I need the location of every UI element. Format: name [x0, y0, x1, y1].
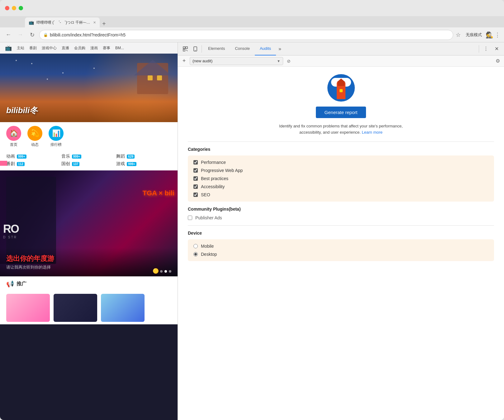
cat-guochuang-badge: 137	[72, 162, 80, 166]
ranking-icon-label: 排行榜	[50, 142, 62, 147]
toolbar-divider-2	[479, 45, 479, 53]
lock-icon: 🔒	[43, 33, 48, 37]
minimize-traffic-light[interactable]	[12, 6, 16, 10]
bili-nav-bm[interactable]: BM...	[115, 46, 124, 50]
category-accessibility-checkbox[interactable]	[193, 184, 198, 189]
bili-icon-dynamic[interactable]: 💫 动态	[27, 126, 42, 147]
bili-nav-huiyuan[interactable]: 会员购	[74, 45, 85, 51]
bili-cat-bangumi[interactable]: 番剧 112	[6, 161, 61, 167]
cat-animation-label: 动画	[6, 154, 15, 159]
category-performance-checkbox[interactable]	[193, 160, 198, 165]
plugin-publisher-ads-item[interactable]: Publisher Ads	[188, 215, 494, 220]
category-best-practices-item[interactable]: Best practices	[193, 176, 488, 181]
category-pwa-checkbox[interactable]	[193, 168, 198, 173]
bookmark-button[interactable]: ☆	[456, 31, 461, 38]
bili-cat-game[interactable]: 游戏 999+	[116, 161, 171, 167]
svg-rect-5	[195, 50, 196, 51]
pac-indicator: 🟡	[153, 268, 159, 274]
bili-nav: 📺 主站 番剧 游戏中心 直播 会员购 漫画 赛事 BM...	[0, 42, 178, 54]
device-desktop-radio[interactable]	[193, 252, 198, 256]
back-icon: ←	[6, 31, 11, 38]
tab-elements[interactable]: Elements	[203, 42, 230, 55]
bili-cat-animation[interactable]: 动画 999+	[6, 154, 61, 159]
cat-animation-badge: 999+	[17, 155, 26, 159]
plugin-publisher-ads-checkbox[interactable]	[188, 216, 192, 220]
device-mobile-item[interactable]: Mobile	[193, 244, 488, 249]
community-plugins-section: Community Plugins(beta) Publisher Ads	[188, 207, 494, 220]
bili-nav-manhua[interactable]: 漫画	[90, 45, 98, 51]
maximize-traffic-light[interactable]	[19, 6, 23, 10]
browser-menu-button[interactable]: ⋮	[495, 31, 500, 38]
thumbnail-1[interactable]	[6, 294, 50, 322]
device-desktop-label: Desktop	[201, 252, 217, 257]
category-seo-checkbox[interactable]	[193, 193, 198, 197]
thumbnail-2[interactable]	[54, 294, 97, 322]
cat-bangumi-badge: 112	[17, 162, 25, 166]
new-audit-add-button[interactable]: +	[180, 57, 188, 65]
cat-music-badge: 999+	[72, 155, 82, 159]
bili-nav-youxi[interactable]: 游戏中心	[42, 45, 57, 51]
address-bar[interactable]: 🔒 bilibili.com/index.html?redirectFrom=h…	[39, 30, 453, 40]
url-text: bilibili.com/index.html?redirectFrom=h5	[50, 32, 126, 37]
ranking-icon-circle: 📊	[49, 126, 64, 141]
banner-main-title: 选出你的年度游	[6, 254, 171, 263]
bili-content-banner[interactable]: RO D STR TGA × bili 选出你的年度游 请让我再次听到你的选择	[0, 170, 178, 276]
tab-audits[interactable]: Audits	[255, 42, 276, 55]
refresh-button[interactable]: ↻	[27, 30, 37, 40]
browser-tab[interactable]: 📺 哔哩哔哩 (´ ゜- ゜)つロ 千杯~-bili... ✕	[25, 17, 100, 27]
category-pwa-item[interactable]: Progressive Web App	[193, 168, 488, 173]
bili-cat-dance[interactable]: 舞蹈 629	[116, 154, 171, 159]
categories-box: Performance Progressive Web App Best pra…	[188, 155, 494, 202]
tab-console[interactable]: Console	[230, 42, 255, 55]
lighthouse-icon-container	[188, 74, 494, 102]
category-performance-item[interactable]: Performance	[193, 160, 488, 165]
generate-report-button[interactable]: Generate report	[316, 107, 366, 118]
section-divider-2	[188, 225, 494, 226]
category-performance-label: Performance	[201, 160, 226, 165]
device-title: Device	[188, 231, 494, 236]
bili-cat-guochuang[interactable]: 国创 137	[61, 161, 116, 167]
run-audit-button[interactable]: ⊘	[285, 57, 292, 65]
tga-bili-text: TGA × bili	[50, 189, 174, 197]
audit-settings-button[interactable]: ⚙	[494, 57, 502, 65]
bili-icon-home[interactable]: 🏠 首页	[6, 126, 21, 147]
bili-nav-live[interactable]: 直播	[62, 45, 69, 51]
device-desktop-item[interactable]: Desktop	[193, 252, 488, 257]
category-best-practices-checkbox[interactable]	[193, 176, 198, 181]
thumbnail-3[interactable]	[101, 294, 145, 322]
audit-selector-dropdown[interactable]: (new audit) ▼	[190, 57, 283, 65]
bili-nav-banju[interactable]: 番剧	[29, 45, 37, 51]
category-seo-item[interactable]: SEO	[193, 192, 488, 197]
bili-nav-saishi[interactable]: 赛事	[103, 45, 110, 51]
devtools-options-button[interactable]: ⋮	[481, 44, 491, 54]
bili-nav-zhuzhan[interactable]: 主站	[17, 45, 24, 51]
device-toolbar-button[interactable]	[190, 44, 200, 54]
svg-rect-2	[183, 49, 185, 51]
category-accessibility-item[interactable]: Accessibility	[193, 184, 488, 189]
devtools-right-icons: ⋮ ✕	[478, 44, 502, 54]
cat-game-badge: 999+	[127, 162, 136, 166]
back-button[interactable]: ←	[4, 30, 13, 40]
promo-label: 推广	[17, 281, 26, 287]
device-mobile-radio[interactable]	[193, 244, 198, 248]
bili-icon-ranking[interactable]: 📊 排行榜	[49, 126, 64, 147]
learn-more-link[interactable]: Learn more	[362, 130, 383, 135]
bili-cat-music[interactable]: 音乐 999+	[61, 154, 116, 159]
element-selector-button[interactable]	[180, 44, 190, 54]
incognito-icon[interactable]: 🕵️	[486, 31, 493, 39]
close-traffic-light[interactable]	[5, 6, 9, 10]
devtools-close-button[interactable]: ✕	[492, 44, 502, 54]
ro-text: RO	[3, 222, 19, 236]
new-tab-button[interactable]: +	[100, 20, 108, 27]
devtools-tabs: Elements Console Audits »	[203, 42, 478, 55]
bili-thumbnails	[0, 291, 178, 324]
browser-window: 📺 哔哩哔哩 (´ ゜- ゜)つロ 千杯~-bili... ✕ + ← → ↻ …	[0, 0, 504, 420]
cat-music-label: 音乐	[61, 154, 70, 159]
forward-button[interactable]: →	[16, 30, 25, 40]
feedback-tab[interactable]: 试用反馈	[0, 161, 7, 166]
generate-btn-container: Generate report	[188, 107, 494, 118]
tab-close-icon[interactable]: ✕	[93, 21, 96, 25]
bili-logo-icon: 📺	[5, 45, 12, 51]
more-tabs-button[interactable]: »	[276, 42, 284, 55]
tab-title-text: 哔哩哔哩 (´ ゜- ゜)つロ 千杯~-bili...	[36, 20, 91, 25]
